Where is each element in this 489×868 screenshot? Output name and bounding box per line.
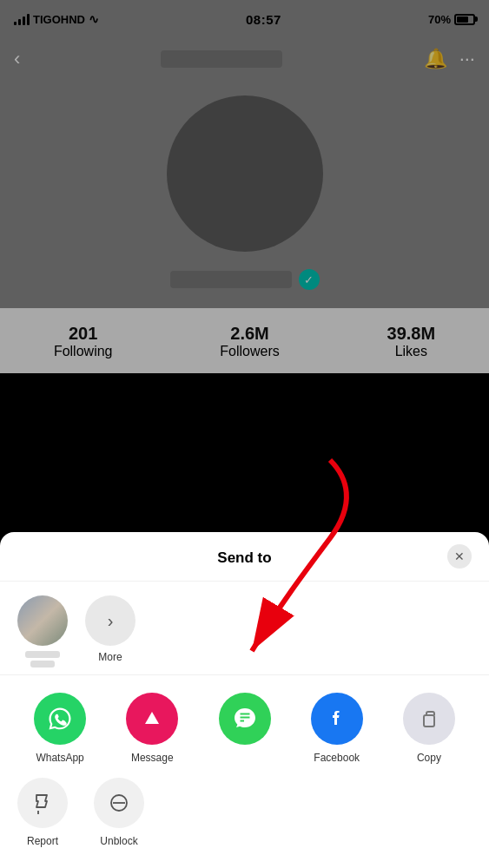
copy-label: Copy — [417, 752, 441, 764]
unblock-label: Unblock — [100, 835, 137, 847]
facebook-label: Facebook — [314, 752, 360, 764]
whatsapp-label: WhatsApp — [36, 752, 83, 764]
facebook-share-button[interactable]: Facebook — [291, 693, 383, 764]
actions-row: Report Unblock — [0, 771, 489, 847]
sheet-header: Send to ✕ — [0, 532, 489, 582]
contact-name — [25, 651, 60, 667]
contact-avatar-image — [17, 595, 68, 646]
close-button[interactable]: ✕ — [447, 544, 472, 569]
more-contacts-button[interactable]: › More — [85, 595, 135, 663]
message-share-button[interactable]: Message — [106, 693, 198, 764]
message-icon — [126, 693, 178, 745]
copy-share-button[interactable]: Copy — [383, 693, 475, 764]
imessage-icon — [219, 693, 271, 745]
more-label: More — [98, 651, 122, 663]
whatsapp-icon — [34, 693, 86, 745]
unblock-icon — [94, 778, 144, 828]
report-button[interactable]: Report — [17, 778, 68, 847]
sheet-title: Send to — [217, 549, 271, 567]
close-icon: ✕ — [454, 549, 465, 563]
more-circle-icon: › — [85, 595, 135, 646]
facebook-icon — [311, 693, 363, 745]
share-apps-row: WhatsApp Message — [0, 675, 489, 771]
unblock-button[interactable]: Unblock — [94, 778, 144, 847]
copy-icon — [403, 693, 455, 745]
name-line-2 — [30, 661, 55, 667]
contacts-row: › More — [0, 582, 489, 675]
report-label: Report — [27, 835, 58, 847]
imessage-share-button[interactable] — [198, 693, 290, 752]
contact-avatar — [17, 595, 68, 646]
contact-item[interactable] — [17, 595, 68, 667]
report-icon — [17, 778, 68, 828]
message-label: Message — [131, 752, 174, 764]
name-line-1 — [25, 651, 60, 658]
svg-marker-0 — [145, 712, 159, 724]
send-to-sheet: Send to ✕ › More — [0, 532, 489, 868]
svg-rect-1 — [424, 715, 434, 727]
whatsapp-share-button[interactable]: WhatsApp — [14, 693, 106, 764]
